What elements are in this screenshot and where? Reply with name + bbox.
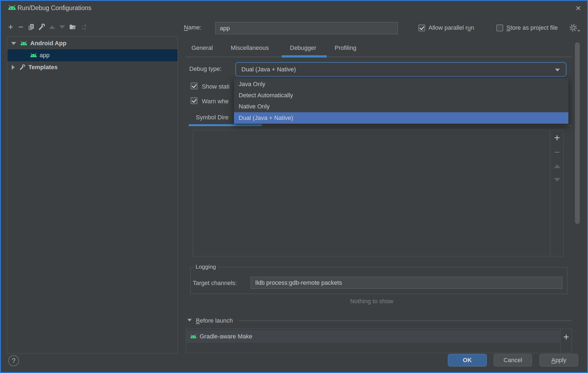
- list-move-up-button[interactable]: [550, 161, 564, 172]
- logging-group-label: Logging: [194, 263, 218, 270]
- edit-defaults-button[interactable]: [38, 23, 46, 31]
- tree-item-app-selected[interactable]: app: [7, 49, 178, 61]
- plus-icon: +: [563, 332, 569, 342]
- symbol-directories-separator: [262, 125, 572, 126]
- symbol-directories-tab[interactable]: Symbol Dire: [196, 114, 229, 121]
- copy-configuration-button[interactable]: [27, 23, 35, 31]
- expand-arrow-icon[interactable]: [187, 319, 192, 322]
- list-move-down-button[interactable]: [550, 174, 564, 185]
- help-button[interactable]: ?: [8, 355, 19, 366]
- dropdown-option-java-only[interactable]: Java Only: [234, 78, 568, 90]
- new-folder-button[interactable]: [68, 23, 77, 31]
- android-icon: [8, 5, 16, 10]
- chevron-down-icon: [577, 30, 580, 32]
- apply-button[interactable]: Apply: [539, 354, 578, 366]
- debug-type-label: Debug type:: [189, 65, 222, 72]
- active-tab-indicator: [282, 55, 327, 57]
- android-icon: [20, 41, 28, 46]
- wrench-icon: [19, 64, 26, 71]
- tab-miscellaneous[interactable]: Miscellaneous: [231, 44, 269, 51]
- before-launch-add-button[interactable]: +: [560, 332, 572, 342]
- show-static-label: Show stati: [202, 83, 230, 90]
- tabs-separator: [185, 57, 572, 57]
- list-remove-button[interactable]: −: [550, 147, 564, 157]
- tree-item-templates[interactable]: Templates: [7, 61, 178, 73]
- remove-button[interactable]: −: [17, 23, 25, 31]
- empty-list-message: Nothing to show: [193, 298, 550, 305]
- before-launch-separator: [239, 320, 572, 321]
- debug-type-dropdown[interactable]: Dual (Java + Native): [235, 62, 566, 77]
- debug-type-value: Dual (Java + Native): [241, 66, 296, 73]
- before-launch-item-label: Gradle-aware Make: [200, 333, 252, 340]
- gear-icon[interactable]: [569, 23, 578, 32]
- name-label: Name:: [184, 24, 202, 31]
- tab-profiling[interactable]: Profiling: [335, 44, 356, 51]
- title-bar: Run/Debug Configurations ×: [0, 0, 588, 17]
- name-input[interactable]: app: [215, 22, 398, 34]
- configurations-tree: Android App app Templates: [7, 36, 178, 354]
- android-icon: [30, 53, 37, 58]
- collapse-arrow-icon[interactable]: [12, 65, 15, 70]
- store-as-project-file-label: Store as project file: [506, 24, 558, 31]
- cancel-button[interactable]: Cancel: [494, 354, 532, 366]
- sort-alphabetically-button[interactable]: ↓ az: [79, 23, 88, 31]
- minus-icon: −: [554, 147, 560, 157]
- tree-item-label: Android App: [30, 40, 66, 47]
- add-button[interactable]: +: [7, 23, 15, 31]
- show-static-checkbox[interactable]: [191, 83, 197, 89]
- tree-item-android-app[interactable]: Android App: [7, 37, 178, 49]
- dropdown-option-native-only[interactable]: Native Only: [234, 101, 568, 112]
- move-up-icon: [554, 164, 560, 168]
- vertical-scrollbar[interactable]: [575, 42, 580, 224]
- warn-when-label: Warn whe: [202, 98, 229, 105]
- move-up-icon: [49, 25, 55, 29]
- before-launch-list: Gradle-aware Make +: [186, 329, 572, 353]
- close-icon[interactable]: ×: [575, 3, 581, 13]
- target-channels-input[interactable]: lldb process:gdb-remote packets: [251, 277, 562, 289]
- new-folder-icon: [69, 23, 76, 31]
- allow-parallel-run-label: Allow parallel run: [428, 24, 474, 31]
- chevron-down-icon: [555, 69, 560, 71]
- list-add-button[interactable]: +: [550, 132, 564, 143]
- move-up-button[interactable]: [48, 23, 56, 31]
- tree-item-label: app: [40, 52, 50, 59]
- copy-icon: [28, 23, 35, 31]
- store-as-project-file-checkbox[interactable]: [496, 25, 503, 31]
- android-icon: [190, 334, 197, 339]
- dropdown-option-dual-selected[interactable]: Dual (Java + Native): [234, 112, 568, 124]
- plus-icon: +: [554, 133, 560, 143]
- run-debug-configurations-dialog: Run/Debug Configurations × + −: [0, 0, 588, 373]
- minus-icon: −: [18, 23, 23, 31]
- move-down-icon: [554, 178, 560, 182]
- plus-icon: +: [8, 23, 13, 31]
- before-launch-item-gradle-aware-make[interactable]: Gradle-aware Make: [186, 330, 560, 343]
- symbol-directories-list: + − Nothing to show: [193, 130, 564, 256]
- window-title: Run/Debug Configurations: [17, 4, 91, 12]
- target-channels-label: Target channels:: [193, 280, 237, 287]
- symbol-directories-active-indicator: [189, 124, 262, 126]
- warn-when-checkbox[interactable]: [191, 97, 197, 104]
- ok-button[interactable]: OK: [448, 354, 487, 366]
- dropdown-option-detect-automatically[interactable]: Detect Automatically: [234, 90, 568, 101]
- move-down-icon: [59, 25, 65, 29]
- expand-arrow-icon[interactable]: [11, 42, 16, 45]
- debug-type-dropdown-popup: Java Only Detect Automatically Native On…: [234, 78, 569, 124]
- tab-debugger[interactable]: Debugger: [290, 44, 316, 51]
- before-launch-label[interactable]: Before launch: [196, 317, 233, 324]
- help-icon: ?: [12, 357, 15, 365]
- tab-general[interactable]: General: [191, 44, 213, 51]
- tree-item-label: Templates: [28, 64, 58, 71]
- allow-parallel-run-checkbox[interactable]: [418, 25, 425, 31]
- move-down-button[interactable]: [58, 23, 66, 31]
- sort-alphabetically-icon: ↓ az: [81, 23, 86, 31]
- wrench-icon: [38, 23, 46, 31]
